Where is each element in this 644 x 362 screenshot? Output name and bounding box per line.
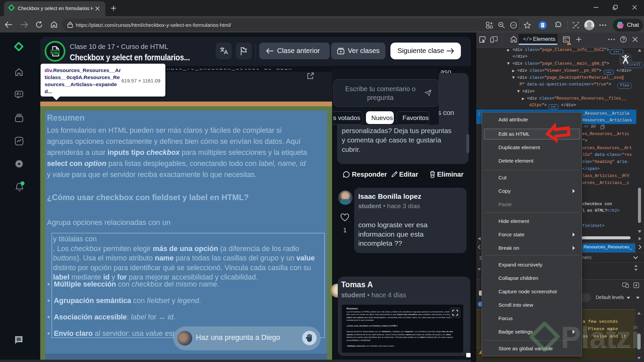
svg-text:HTML: HTML	[52, 51, 59, 54]
